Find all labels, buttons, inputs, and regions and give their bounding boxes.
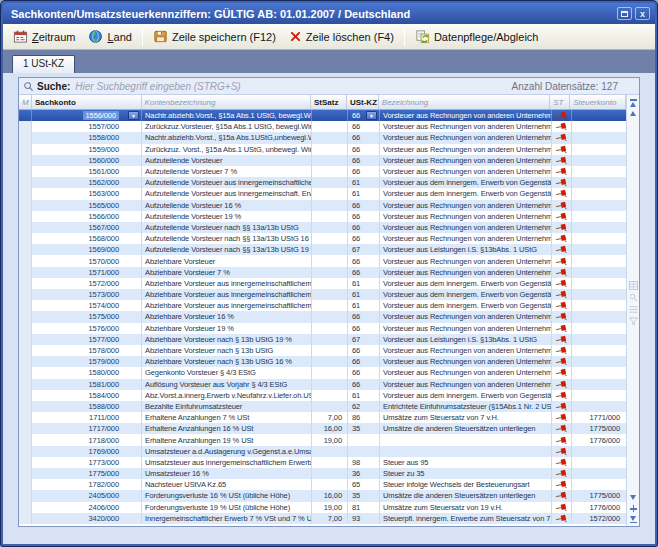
zeitraum-button[interactable]: Zeitraum <box>7 26 81 47</box>
cell-ustkz: 66 ▼ <box>348 379 380 390</box>
record-count: Anzahl Datensätze:127 <box>512 81 618 92</box>
delete-row-label: Zeile löschen (F4) <box>306 31 394 43</box>
table-row[interactable]: 3420/000 ▼ Innergemeinschaftlicher Erwer… <box>19 513 639 524</box>
cell-kontenbezeichnung: Auflösung Vorsteuer aus Vorjahr § 4/3 ES… <box>142 379 312 390</box>
restore-button[interactable] <box>617 7 632 20</box>
table-row[interactable]: 1711/000 ▼ Erhaltene Anzahlungen 7 % USt… <box>19 412 639 423</box>
table-row[interactable]: 1566/000 ▼ Aufzuteilende Vorsteuer 19 % … <box>19 211 639 222</box>
table-row[interactable]: 1775/000 ▼ Umsatzsteuer 16 % 36 ▼ Steuer… <box>19 468 639 479</box>
delete-row-button[interactable]: Zeile löschen (F4) <box>283 27 400 46</box>
table-row[interactable]: 1577/000 ▼ Abziehbare Vorsteuer nach § 1… <box>19 334 639 345</box>
table-row[interactable]: 1773/000 ▼ Umsatzsteuer aus innergemeins… <box>19 457 639 468</box>
col-header-stsatz[interactable]: StSatz <box>311 95 347 109</box>
grid-rows-icon[interactable] <box>627 305 639 314</box>
table-row[interactable]: 1562/000 ▼ Aufzuteilende Vorsteuer aus i… <box>19 177 639 188</box>
table-row[interactable]: 1571/000 ▼ Abziehbare Vorsteuer 7 % 66 ▼… <box>19 267 639 278</box>
col-header-steuerkonto[interactable]: Steuerkonto <box>570 95 626 109</box>
cell-stsatz <box>312 379 348 390</box>
red-tax-key-pin-icon <box>556 234 567 243</box>
grid-filter-icon[interactable] <box>627 317 639 326</box>
table-row[interactable]: 1565/000 ▼ Aufzuteilende Vorsteuer 16 % … <box>19 200 639 211</box>
table-row[interactable]: 1782/000 ▼ Nachsteuer UStVA Kz.65 65 ▼ S… <box>19 479 639 490</box>
table-row[interactable]: 1578/000 ▼ Abziehbare Vorsteuer nach § 1… <box>19 345 639 356</box>
red-tax-key-pin-icon <box>556 469 567 478</box>
table-row[interactable]: 1563/000 ▼ Aufzuteilende Vorsteuer aus i… <box>19 188 639 199</box>
cell-kontenbezeichnung: Aufzuteilende Vorsteuer aus innergemeins… <box>142 188 312 199</box>
grid-settings-icon[interactable] <box>627 281 639 290</box>
grid-search-icon[interactable] <box>627 293 639 302</box>
cell-steuerkonto <box>572 110 628 121</box>
table-row[interactable]: 1717/000 ▼ Erhaltene Anzahlungen 16 % US… <box>19 423 639 434</box>
table-row[interactable]: 1560/000 ▼ Aufzuteilende Vorsteuer 66 ▼ … <box>19 155 639 166</box>
cell-kontenbezeichnung: Abz.Vorst.a.innerg.Erwerb v.Neufahrz.v.L… <box>142 390 312 401</box>
col-header-sachkonto[interactable]: Sachkonto <box>32 95 142 109</box>
red-tax-key-pin-icon <box>556 201 567 210</box>
cell-kontenbezeichnung: Umsatzsteuer aus innergemeinschaftlichem… <box>142 457 312 468</box>
cell-st <box>552 110 572 121</box>
record-count-label: Anzahl Datensätze: <box>512 81 599 92</box>
table-row[interactable]: 1769/000 ▼ Umsatzsteuer a.d.Auslagerung … <box>19 446 639 457</box>
table-row[interactable]: 1581/000 ▼ Auflösung Vorsteuer aus Vorja… <box>19 379 639 390</box>
table-row[interactable]: 1570/000 ▼ Abziehbare Vorsteuer 66 ▼ Vor… <box>19 255 639 266</box>
table-row[interactable]: 1569/000 ▼ Aufzuteilende Vorsteuer nach … <box>19 244 639 255</box>
table-row[interactable]: 1580/000 ▼ Gegenkonto Vorsteuer § 4/3 ES… <box>19 367 639 378</box>
save-row-button[interactable]: Zeile speichern (F12) <box>147 26 282 47</box>
col-header-marker[interactable]: M <box>19 95 32 109</box>
table-row[interactable]: 2405/000 ▼ Forderungsverluste 16 % USt (… <box>19 490 639 501</box>
col-header-bezeichnung[interactable]: Bezeichnung <box>379 95 550 109</box>
cell-stsatz <box>312 211 348 222</box>
table-row[interactable]: 1574/000 ▼ Abziehbare Vorsteuer aus inne… <box>19 300 639 311</box>
table-row[interactable]: 1558/000 ▼ Nachtr.abziehb.Vorst., §15a A… <box>19 132 639 143</box>
table-row[interactable]: 1572/000 ▼ Abziehbare Vorsteuer aus inne… <box>19 278 639 289</box>
row-marker-cell <box>19 255 32 266</box>
table-row[interactable]: 1568/000 ▼ Aufzuteilende Vorsteuer nach … <box>19 233 639 244</box>
cell-steuerkonto <box>572 144 628 155</box>
land-button[interactable]: Land <box>82 26 137 47</box>
cell-kontenbezeichnung: Aufzuteilende Vorsteuer 7 % <box>142 166 312 177</box>
scroll-top-button[interactable] <box>627 98 639 107</box>
row-marker-cell <box>19 490 32 501</box>
cell-kontenbezeichnung: Aufzuteilende Vorsteuer 16 % <box>142 200 312 211</box>
scroll-down-button[interactable] <box>627 495 639 500</box>
grid-panel: Suche: Anzahl Datensätze:127 M Sachkonto… <box>18 77 640 527</box>
plus-icon <box>630 505 637 512</box>
cell-st <box>552 490 572 501</box>
table-row[interactable]: 1575/000 ▼ Abziehbare Vorsteuer 16 % 66 … <box>19 311 639 322</box>
table-row[interactable]: 1718/000 ▼ Erhaltene Anzahlungen 19 % US… <box>19 434 639 445</box>
col-header-ustkz[interactable]: USt-KZ <box>347 95 379 109</box>
search-label: Suche: <box>37 81 70 92</box>
dropdown-button[interactable]: ▼ <box>128 111 139 120</box>
cell-steuerkonto <box>572 311 628 322</box>
datenpflege-button[interactable]: Datenpflege/Abgleich <box>409 26 545 47</box>
cell-bezeichnung: Vorsteuer aus Rechnungen von anderen Unt… <box>380 356 552 367</box>
table-row[interactable]: 1579/000 ▼ Abziehbare Vorsteuer nach § 1… <box>19 356 639 367</box>
table-row[interactable]: 1556/000 ▼ Nachtr.abziehb.Vorst., §15a A… <box>19 110 639 121</box>
row-marker-cell <box>19 423 32 434</box>
cell-sachkonto: 1575/000 ▼ <box>32 311 142 322</box>
table-row[interactable]: 1559/000 ▼ Zurückzuz. Vorst., §15a Abs.1… <box>19 144 639 155</box>
table-row[interactable]: 1573/000 ▼ Abziehbare Vorsteuer aus inne… <box>19 289 639 300</box>
table-row[interactable]: 1557/000 ▼ Zurückzuz.Vorsteuer, §15a Abs… <box>19 121 639 132</box>
search-input[interactable] <box>75 81 511 92</box>
cell-st <box>552 367 572 378</box>
scroll-bottom-button[interactable] <box>627 516 639 525</box>
table-row[interactable]: 1561/000 ▼ Aufzuteilende Vorsteuer 7 % 6… <box>19 166 639 177</box>
cell-kontenbezeichnung: Umsatzsteuer a.d.Auslagerung v.Gegenst.a… <box>142 446 312 457</box>
table-row[interactable]: 1576/000 ▼ Abziehbare Vorsteuer 19 % 66 … <box>19 323 639 334</box>
table-row[interactable]: 1588/000 ▼ Bezahlte Einfuhrumsatzsteuer … <box>19 401 639 412</box>
cell-sachkonto: 1573/000 ▼ <box>32 289 142 300</box>
col-header-st[interactable]: ST <box>550 95 570 109</box>
cell-bezeichnung: Umsätze die anderen Steuersätzen unterli… <box>380 490 552 501</box>
close-button[interactable]: x <box>635 7 650 20</box>
cell-stsatz: 16,00 <box>312 490 348 501</box>
scroll-up-button[interactable] <box>627 111 639 116</box>
red-tax-key-pin-icon <box>556 424 567 433</box>
tab-ust-kz[interactable]: 1 USt-KZ <box>12 55 75 73</box>
cell-kontenbezeichnung: Innergemeinschaftlicher Erwerb 7 % VSt u… <box>142 513 312 524</box>
col-header-kontenbezeichnung[interactable]: Kontenbezeichnung <box>142 95 311 109</box>
table-row[interactable]: 1567/000 ▼ Aufzuteilende Vorsteuer nach … <box>19 222 639 233</box>
table-row[interactable]: 1584/000 ▼ Abz.Vorst.a.innerg.Erwerb v.N… <box>19 390 639 401</box>
add-row-button[interactable] <box>627 505 639 512</box>
dropdown-button[interactable]: ▼ <box>366 111 377 120</box>
table-row[interactable]: 2406/000 ▼ Forderungsverluste 19 % USt (… <box>19 502 639 513</box>
